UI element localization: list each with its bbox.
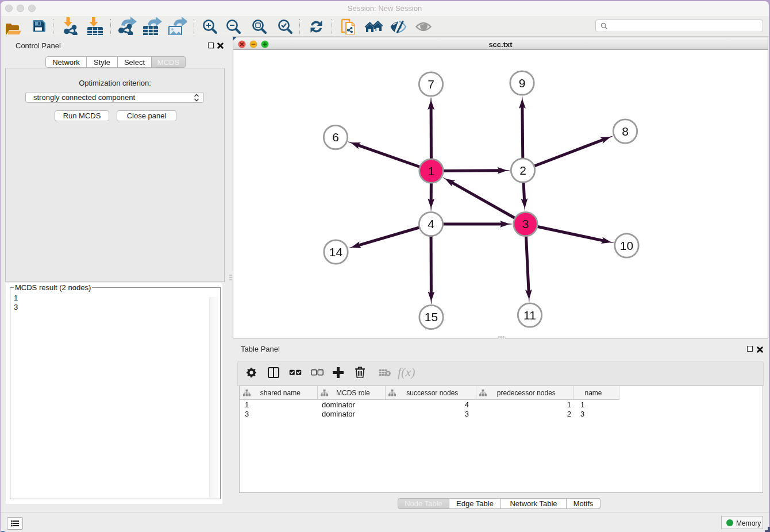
svg-text:7: 7: [428, 78, 434, 91]
svg-text:14: 14: [329, 245, 343, 259]
svg-text:4: 4: [428, 217, 434, 230]
svg-text:3: 3: [522, 217, 529, 230]
svg-text:2: 2: [519, 164, 526, 177]
svg-text:15: 15: [425, 310, 438, 323]
svg-text:9: 9: [519, 76, 526, 90]
svg-text:11: 11: [523, 309, 536, 322]
svg-text:8: 8: [622, 125, 629, 138]
svg-text:10: 10: [620, 239, 633, 252]
svg-text:6: 6: [332, 130, 339, 144]
svg-text:1: 1: [428, 164, 435, 178]
